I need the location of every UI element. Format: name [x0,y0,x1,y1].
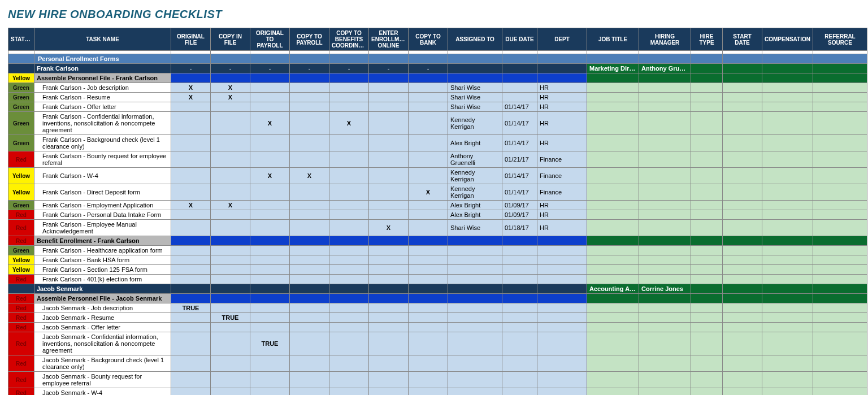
check-cell[interactable] [250,135,290,151]
right-cell[interactable] [639,184,691,201]
due-date[interactable] [502,246,537,255]
check-cell[interactable] [369,332,409,355]
due-date[interactable] [502,355,537,372]
dept[interactable]: Finance [537,184,587,201]
status-cell[interactable]: Red [8,294,34,303]
assigned-to[interactable]: Shari Wise [448,102,502,112]
dept[interactable]: HR [537,93,587,102]
status-cell[interactable]: Red [8,355,34,372]
right-cell[interactable] [762,246,813,255]
check-cell[interactable] [329,388,369,396]
check-cell[interactable]: TRUE [171,303,211,313]
check-cell[interactable] [409,220,448,236]
task-name[interactable]: Frank Carlson - 401(k) election form [34,275,171,284]
status-cell[interactable]: Green [8,135,34,151]
check-cell[interactable] [369,275,409,284]
status-cell[interactable]: Yellow [8,184,34,201]
task-name[interactable]: Frank Carlson - Resume [34,93,171,102]
right-cell[interactable] [723,112,762,135]
right-cell[interactable] [639,313,691,323]
right-cell[interactable] [813,255,867,265]
right-cell[interactable] [639,102,691,112]
right-cell[interactable] [587,184,639,201]
dept[interactable]: HR [537,135,587,151]
right-cell[interactable] [762,210,813,220]
check-cell[interactable] [290,246,329,255]
check-cell[interactable] [329,265,369,275]
dept[interactable] [537,355,587,372]
status-cell[interactable]: Green [8,83,34,93]
task-name[interactable]: Frank Carlson - Job description [34,83,171,93]
check-cell[interactable] [329,168,369,184]
due-date[interactable] [502,388,537,396]
right-cell[interactable] [691,275,723,284]
status-cell[interactable]: Red [8,303,34,313]
task-name[interactable]: Jacob Senmark - W-4 [34,388,171,396]
right-cell[interactable] [691,388,723,396]
check-cell[interactable] [211,332,250,355]
check-cell[interactable] [409,210,448,220]
check-cell[interactable]: X [329,112,369,135]
check-cell[interactable] [369,93,409,102]
check-cell[interactable] [409,355,448,372]
right-cell[interactable] [639,323,691,332]
check-cell[interactable] [171,184,211,201]
right-cell[interactable] [639,355,691,372]
dept[interactable] [537,265,587,275]
task-name[interactable]: Jacob Senmark - Confidential information… [34,332,171,355]
check-cell[interactable] [171,220,211,236]
due-date[interactable] [502,332,537,355]
assigned-to[interactable] [448,255,502,265]
right-cell[interactable] [639,168,691,184]
right-cell[interactable] [762,83,813,93]
right-cell[interactable] [587,168,639,184]
check-cell[interactable] [250,275,290,284]
assigned-to[interactable]: Alex Bright [448,201,502,210]
assigned-to[interactable] [448,275,502,284]
right-cell[interactable] [813,246,867,255]
check-cell[interactable] [250,355,290,372]
check-cell[interactable]: X [211,201,250,210]
right-cell[interactable] [587,93,639,102]
due-date[interactable]: 01/14/17 [502,112,537,135]
right-cell[interactable] [813,265,867,275]
check-cell[interactable] [369,201,409,210]
check-cell[interactable] [290,201,329,210]
due-date[interactable] [502,313,537,323]
check-cell[interactable] [409,83,448,93]
right-cell[interactable] [639,265,691,275]
check-cell[interactable] [369,313,409,323]
right-cell[interactable] [813,102,867,112]
right-cell[interactable] [587,265,639,275]
due-date[interactable] [502,372,537,388]
check-cell[interactable] [171,246,211,255]
check-cell[interactable] [250,303,290,313]
due-date[interactable] [502,265,537,275]
task-name[interactable]: Frank Carlson - Personal Data Intake For… [34,210,171,220]
due-date[interactable]: 01/14/17 [502,168,537,184]
check-cell[interactable] [211,303,250,313]
right-cell[interactable] [723,332,762,355]
check-cell[interactable] [250,210,290,220]
check-cell[interactable] [329,255,369,265]
due-date[interactable]: 01/14/17 [502,102,537,112]
check-cell[interactable] [171,265,211,275]
check-cell[interactable] [250,246,290,255]
right-cell[interactable] [691,265,723,275]
check-cell[interactable]: X [171,201,211,210]
status-cell[interactable]: Red [8,323,34,332]
right-cell[interactable] [691,168,723,184]
status-cell[interactable]: Red [8,388,34,396]
assigned-to[interactable]: Kennedy Kerrigan [448,112,502,135]
right-cell[interactable] [639,255,691,265]
check-cell[interactable] [409,372,448,388]
right-cell[interactable] [813,93,867,102]
right-cell[interactable] [723,201,762,210]
right-cell[interactable] [691,323,723,332]
right-cell[interactable] [691,313,723,323]
check-cell[interactable] [369,255,409,265]
check-cell[interactable]: X [171,93,211,102]
assigned-to[interactable]: Shari Wise [448,93,502,102]
check-cell[interactable] [369,355,409,372]
status-cell[interactable]: Yellow [8,73,34,83]
